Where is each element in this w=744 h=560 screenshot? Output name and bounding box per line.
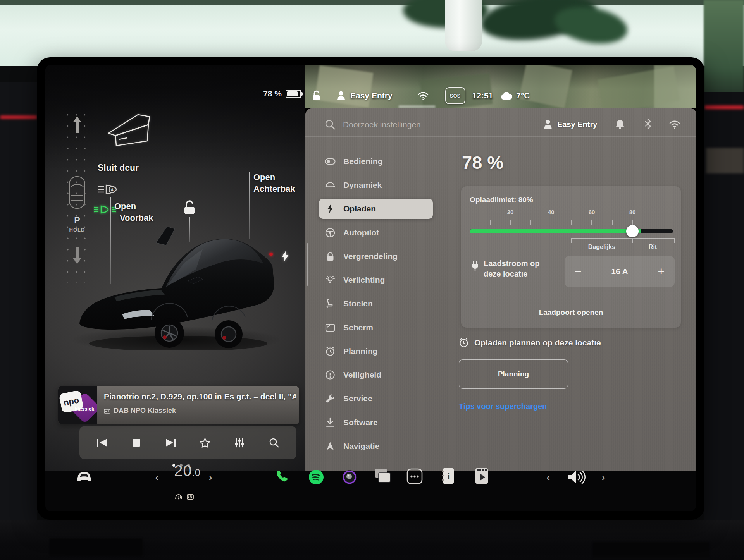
dashcam-viewer-icon[interactable]	[372, 464, 394, 487]
sidebar-item-bediening[interactable]: Bediening	[319, 151, 433, 172]
supercharging-tips-link[interactable]: Tips voor superchargen	[459, 402, 547, 411]
headlight-auto-icon: A	[98, 184, 119, 195]
search-icon	[325, 119, 335, 130]
shift-up-arrow-icon[interactable]	[72, 115, 82, 134]
stop-button[interactable]	[128, 434, 145, 451]
sidebar-label: Service	[343, 394, 372, 403]
sidebar-item-autopilot[interactable]: Autopilot	[319, 223, 433, 243]
current-increase-button[interactable]: +	[658, 265, 665, 278]
sos-label: SOS	[450, 93, 460, 99]
outside-temp-label: 7°C	[516, 91, 530, 100]
charging-flash-icon	[325, 204, 336, 214]
tick-label-40: 40	[542, 209, 560, 215]
range-daily-label: Dagelijks	[571, 244, 632, 251]
seat-icon	[325, 299, 336, 309]
clock-label: 12:51	[472, 91, 493, 100]
open-frunk-button[interactable]: Open Voorbak	[114, 201, 153, 224]
sidebar-item-service[interactable]: Service	[319, 388, 433, 409]
sidebar-item-navigatie[interactable]: Navigatie	[319, 436, 433, 456]
settings-scrollbar[interactable]	[307, 243, 308, 286]
theater-app-icon[interactable]	[472, 465, 492, 487]
sos-button[interactable]: SOS	[445, 87, 465, 104]
map-background: Easy Entry SOS 12:51 7°C	[305, 65, 696, 108]
vent	[593, 542, 709, 558]
temp-decrease-button[interactable]: ‹	[152, 469, 162, 486]
unlocked-icon[interactable]	[183, 200, 196, 215]
settings-header: Doorzoek instellingen Easy Entry	[305, 108, 696, 136]
light-icon	[325, 275, 336, 285]
open-trunk-button[interactable]: Open Achterbak	[253, 172, 295, 195]
parking-light-icon	[93, 204, 117, 215]
sidebar-item-veiligheid[interactable]: Veiligheid	[319, 365, 433, 385]
sidebar-label: Scherm	[343, 323, 373, 332]
volume-down-button[interactable]: ‹	[544, 469, 553, 486]
rear-defrost-icon[interactable]	[186, 494, 194, 500]
phone-app-icon[interactable]	[272, 467, 293, 488]
open-charge-port-button[interactable]: Laadpoort openen	[461, 297, 681, 328]
favorite-star-button[interactable]	[196, 434, 214, 451]
sidebar-item-scherm[interactable]: Scherm	[319, 318, 433, 338]
close-door-hint[interactable]: Sluit deur	[98, 163, 139, 173]
status-profile-label[interactable]: Easy Entry	[350, 91, 393, 100]
car-icon	[325, 181, 336, 189]
schedule-charging-label: Opladen plannen op deze locatie	[474, 338, 601, 347]
tick-label-80: 80	[624, 209, 641, 215]
bluetooth-icon[interactable]	[645, 118, 651, 130]
charge-current-label: Laadstroom op deze locatie	[484, 258, 539, 279]
sidebar-item-vergrendeling[interactable]: Vergrendeling	[319, 246, 433, 266]
vehicle-topview-icon[interactable]	[67, 175, 87, 210]
download-icon	[325, 417, 336, 428]
temperature-control[interactable]: 20.0	[164, 462, 210, 484]
volume-speaker-icon[interactable]	[565, 467, 588, 488]
sidebar-item-planning[interactable]: Planning	[319, 341, 433, 361]
all-apps-button[interactable]	[405, 467, 424, 486]
charge-limit-slider-handle[interactable]	[626, 225, 639, 237]
sidebar-item-verlichting[interactable]: Verlichting	[319, 270, 433, 290]
wifi-icon[interactable]	[669, 120, 680, 129]
sidebar-item-stoelen[interactable]: Stoelen	[319, 294, 433, 314]
camera-app-icon[interactable]	[339, 467, 360, 488]
battery-status: 78 %	[236, 88, 301, 100]
media-player-card[interactable]: npo klassiek Pianotrio nr.2, D.929, op.1…	[58, 386, 299, 424]
sidebar-item-software[interactable]: Software	[319, 412, 433, 433]
search-input[interactable]: Doorzoek instellingen	[343, 120, 421, 129]
manual-app-icon[interactable]: i	[437, 465, 458, 487]
touchscreen-display: 78 % P HOLD	[45, 65, 696, 511]
notifications-bell-icon[interactable]	[615, 119, 625, 129]
open-door-graphic[interactable]	[105, 108, 156, 147]
vehicle-controls-button[interactable]	[73, 466, 95, 488]
screen-reflection	[398, 105, 436, 108]
schedule-charging-row[interactable]: Opladen plannen op deze locatie	[459, 338, 601, 348]
charge-current-stepper: − 16 A +	[565, 256, 675, 287]
ambient-light-left	[0, 115, 37, 119]
next-track-button[interactable]	[162, 434, 179, 451]
sidebar-label: Bediening	[343, 157, 383, 166]
vehicle-panel: 78 % P HOLD	[45, 65, 305, 471]
svg-text:i: i	[448, 471, 450, 481]
slider-fill	[470, 229, 641, 233]
tick-label-60: 60	[583, 209, 600, 215]
charge-current-line1: Laadstroom op	[484, 258, 539, 269]
navigation-arrow-icon	[325, 441, 336, 451]
settings-profile-button[interactable]: Easy Entry	[557, 120, 597, 129]
unlocked-status-icon[interactable]	[312, 90, 322, 101]
media-search-button[interactable]	[265, 434, 282, 451]
wrench-icon	[325, 393, 336, 404]
charge-current-line2: deze locatie	[484, 269, 539, 279]
sidebar-label: Navigatie	[343, 441, 379, 451]
previous-track-button[interactable]	[93, 434, 110, 451]
current-decrease-button[interactable]: −	[575, 265, 582, 278]
spotify-app-icon[interactable]	[306, 467, 327, 488]
radio-icon	[104, 408, 110, 414]
sidebar-item-opladen[interactable]: Opladen	[319, 199, 433, 219]
planning-button[interactable]: Planning	[459, 359, 568, 389]
driver-profile-icon[interactable]	[336, 91, 346, 101]
temp-increase-button[interactable]: ›	[206, 469, 215, 486]
bottom-dock: ‹ 20.0 ›	[45, 471, 696, 511]
volume-up-button[interactable]: ›	[599, 469, 608, 486]
front-defrost-icon[interactable]	[175, 494, 183, 500]
charge-limit-slider[interactable]	[470, 229, 673, 233]
sidebar-item-dynamiek[interactable]: Dynamiek	[319, 175, 433, 195]
equalizer-button[interactable]	[231, 434, 248, 451]
open-frunk-line2: Voorbak	[120, 212, 153, 224]
